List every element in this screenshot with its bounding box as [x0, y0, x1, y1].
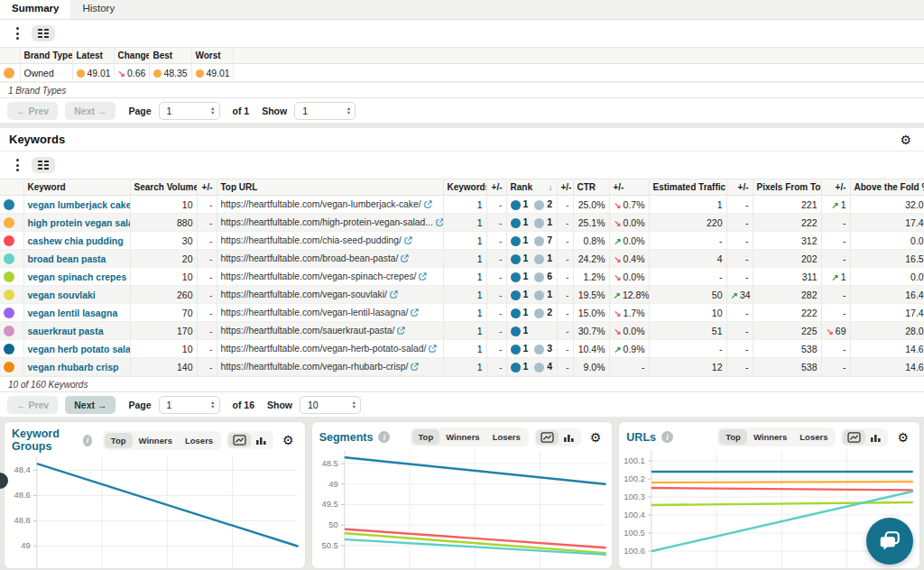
top-url-link[interactable]: https://heartfultable.com/broad-bean-pas…	[217, 250, 443, 268]
estimated-traffic-cell: -	[649, 340, 726, 358]
filter-losers-button[interactable]: Losers	[179, 433, 219, 448]
column-header[interactable]: Search Volume	[130, 179, 197, 196]
svg-text:100.1: 100.1	[624, 455, 646, 465]
pixels-delta-cell: -	[821, 340, 850, 358]
column-header[interactable]: +/-	[486, 179, 506, 196]
ctr-delta-value: 0.4%	[624, 253, 645, 264]
search-volume-delta-cell: -	[197, 214, 217, 232]
more-options-icon[interactable]	[14, 25, 21, 41]
prev-button[interactable]: ← Prev	[7, 102, 58, 120]
bar-chart-icon[interactable]	[865, 430, 886, 445]
column-header[interactable]: Keyword	[23, 179, 130, 196]
info-icon[interactable]: i	[378, 431, 390, 443]
above-the-fold-cell: 17.4%	[850, 304, 924, 322]
stepper-arrows-icon[interactable]: ▲▼	[210, 400, 215, 409]
line-chart-icon[interactable]	[228, 433, 251, 447]
search-volume-cell: 140	[130, 358, 197, 376]
column-header[interactable]: +/-	[821, 179, 850, 196]
info-icon[interactable]: i	[83, 435, 91, 446]
gear-icon[interactable]: ⚙	[896, 132, 915, 148]
keyword-link[interactable]: vegan rhubarb crisp	[23, 358, 130, 376]
top-url-link[interactable]: https://heartfultable.com/vegan-spinach-…	[217, 268, 443, 286]
tab-history[interactable]: History	[70, 0, 126, 19]
column-header[interactable]: Top URL	[217, 179, 443, 196]
column-header[interactable]: CTR	[573, 179, 609, 196]
stepper-arrows-icon[interactable]: ▲▼	[346, 106, 351, 115]
column-header[interactable]: Change	[114, 48, 149, 64]
filter-top-button[interactable]: Top	[412, 429, 440, 445]
stepper-arrows-icon[interactable]: ▲▼	[352, 400, 356, 409]
top-url-link[interactable]: https://heartfultable.com/vegan-lumberja…	[217, 196, 443, 214]
column-header[interactable]: Above the Fold %	[850, 179, 924, 196]
search-volume-cell: 880	[130, 214, 197, 232]
next-button[interactable]: Next →	[65, 102, 116, 120]
column-header[interactable]: Keywords	[443, 179, 486, 196]
filter-winners-button[interactable]: Winners	[133, 433, 179, 448]
line-chart-icon[interactable]	[536, 430, 559, 445]
stepper-arrows-icon[interactable]: ▲▼	[210, 106, 215, 115]
column-header[interactable]: Estimated Traffic	[649, 179, 726, 196]
column-header[interactable]: +/-	[557, 179, 573, 196]
info-icon[interactable]: i	[661, 431, 673, 443]
bar-chart-icon[interactable]	[251, 433, 272, 447]
top-url-link[interactable]: https://heartfultable.com/vegan-souvlaki…	[217, 286, 443, 304]
more-options-icon[interactable]	[14, 157, 21, 173]
show-count-input[interactable]: 1▲▼	[294, 102, 356, 120]
page-number-input[interactable]: 1▲▼	[159, 102, 220, 120]
bar-chart-icon[interactable]	[559, 430, 579, 445]
top-url-link[interactable]: https://heartfultable.com/vegan-herb-pot…	[217, 340, 443, 358]
column-header[interactable]: Pixels From Top	[753, 179, 821, 196]
column-header[interactable]: Best	[149, 48, 191, 64]
column-header[interactable]: Rank↓	[506, 179, 557, 196]
ctr-cell: 15.0%	[573, 304, 609, 322]
estimated-traffic-cell: 10	[649, 304, 726, 322]
keyword-link[interactable]: broad bean pasta	[23, 250, 130, 268]
column-header[interactable]: +/-	[726, 179, 753, 196]
keyword-link[interactable]: vegan souvlaki	[23, 286, 130, 304]
sort-descending-icon[interactable]: ↓	[549, 182, 553, 192]
gear-icon[interactable]: ⚙	[893, 429, 912, 446]
filter-top-button[interactable]: Top	[719, 429, 747, 445]
svg-text:48.6: 48.6	[14, 490, 30, 500]
show-count-input[interactable]: 10▲▼	[300, 396, 361, 414]
filter-losers-button[interactable]: Losers	[486, 429, 527, 445]
next-button[interactable]: Next →	[65, 396, 116, 414]
top-url-link[interactable]: https://heartfultable.com/vegan-lentil-l…	[217, 304, 443, 322]
gear-icon[interactable]: ⚙	[587, 429, 605, 446]
filter-winners-button[interactable]: Winners	[747, 429, 793, 445]
previous-rank-dot	[534, 308, 544, 318]
column-settings-button[interactable]	[32, 25, 55, 42]
column-header[interactable]: +/-	[197, 179, 217, 196]
top-url-link[interactable]: https://heartfultable.com/chia-seed-pudd…	[217, 232, 443, 250]
filter-top-button[interactable]: Top	[105, 433, 133, 448]
column-header[interactable]: +/-	[609, 179, 649, 196]
filter-winners-button[interactable]: Winners	[439, 429, 485, 445]
line-chart-icon[interactable]	[843, 430, 865, 445]
page-number-input[interactable]: 1▲▼	[159, 396, 220, 414]
keyword-link[interactable]: cashew chia pudding	[23, 232, 130, 250]
keyword-link[interactable]: vegan herb potato salad	[23, 340, 130, 358]
panel-title: URLs	[626, 431, 656, 444]
keyword-link[interactable]: high protein vegan salad	[23, 214, 130, 232]
filter-losers-button[interactable]: Losers	[793, 429, 834, 445]
column-settings-button[interactable]	[32, 157, 55, 174]
column-header[interactable]: Brand Type	[20, 48, 72, 64]
pixels-delta-value: 1	[841, 271, 846, 282]
keyword-link[interactable]: sauerkraut pasta	[23, 322, 130, 340]
top-url-link[interactable]: https://heartfultable.com/sauerkraut-pas…	[217, 322, 443, 340]
pixels-from-top-cell: 222	[753, 214, 821, 232]
gear-icon[interactable]: ⚙	[279, 432, 298, 448]
rank-delta-cell: -	[557, 232, 573, 250]
column-header[interactable]: Latest	[72, 48, 114, 64]
keyword-link[interactable]: vegan lentil lasagna	[23, 304, 130, 322]
chart-type-group	[226, 431, 273, 449]
column-header[interactable]	[0, 179, 23, 196]
chat-widget-button[interactable]	[866, 518, 913, 565]
keyword-link[interactable]: vegan lumberjack cake	[23, 196, 130, 214]
keyword-link[interactable]: vegan spinach crepes	[23, 268, 130, 286]
tab-summary[interactable]: Summary	[0, 0, 70, 19]
top-url-link[interactable]: https://heartfultable.com/high-protein-v…	[217, 214, 443, 232]
column-header[interactable]: Worst	[191, 48, 233, 64]
top-url-link[interactable]: https://heartfultable.com/vegan-rhubarb-…	[217, 358, 443, 376]
prev-button[interactable]: ← Prev	[7, 396, 58, 414]
